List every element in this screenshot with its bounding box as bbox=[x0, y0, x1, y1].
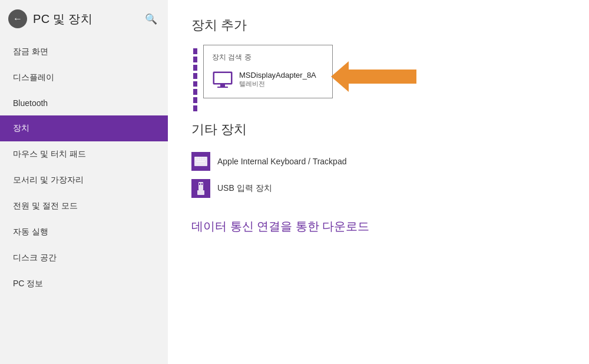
back-button[interactable]: ← bbox=[8, 9, 27, 28]
download-title: 데이터 통신 연결을 통한 다운로드 bbox=[191, 220, 369, 233]
scroll-segment bbox=[193, 105, 197, 111]
sidebar-item-power-sleep[interactable]: 전원 및 절전 모드 bbox=[0, 193, 168, 219]
scroll-segment bbox=[193, 89, 197, 95]
svg-rect-12 bbox=[197, 159, 199, 160]
usb-device-label: USB 입력 장치 bbox=[217, 183, 272, 194]
other-devices-title: 기타 장치 bbox=[191, 121, 565, 138]
svg-rect-10 bbox=[204, 157, 206, 158]
add-device-title: 장치 추가 bbox=[191, 16, 565, 34]
scroll-bar bbox=[193, 45, 197, 115]
svg-rect-9 bbox=[202, 157, 204, 158]
monitor-svg bbox=[212, 71, 233, 88]
svg-rect-19 bbox=[197, 190, 204, 195]
sidebar-item-devices[interactable]: 장치 bbox=[0, 115, 168, 141]
usb-icon bbox=[191, 179, 210, 198]
search-icon[interactable]: 🔍 bbox=[145, 13, 157, 25]
scroll-segment bbox=[193, 57, 197, 62]
keyboard-device-label: Apple Internal Keyboard / Trackpad bbox=[217, 157, 346, 166]
sidebar-item-corners-edges[interactable]: 모서리 및 가장자리 bbox=[0, 167, 168, 193]
other-devices-section: 기타 장치 Apple I bbox=[191, 121, 565, 202]
device-name: MSDisplayAdapter_8A bbox=[239, 71, 316, 80]
sidebar: ← PC 및 장치 🔍 잠금 화면 디스플레이 Bluetooth 장치 마우스… bbox=[0, 0, 168, 364]
svg-rect-14 bbox=[202, 159, 204, 160]
device-search-popup: 장치 검색 중 MSDisplayAdapter_8A 텔레비전 bbox=[203, 45, 333, 98]
scroll-segment bbox=[193, 65, 197, 71]
arrow-annotation bbox=[331, 61, 416, 92]
sidebar-title: PC 및 장치 bbox=[33, 11, 92, 27]
svg-rect-8 bbox=[200, 157, 201, 158]
sidebar-header: ← PC 및 장치 🔍 bbox=[0, 0, 168, 39]
other-device-usb[interactable]: USB 입력 장치 bbox=[191, 175, 565, 202]
sidebar-item-bluetooth[interactable]: Bluetooth bbox=[0, 91, 168, 115]
svg-marker-4 bbox=[331, 61, 416, 92]
sidebar-item-autorun[interactable]: 자동 실행 bbox=[0, 219, 168, 245]
svg-rect-17 bbox=[195, 163, 207, 165]
svg-rect-7 bbox=[197, 157, 199, 158]
sidebar-item-mouse-touchpad[interactable]: 마우스 및 터치 패드 bbox=[0, 141, 168, 167]
scroll-segment bbox=[193, 97, 197, 103]
scroll-segment bbox=[193, 81, 197, 87]
svg-rect-2 bbox=[220, 84, 225, 87]
main-content: 장치 추가 장치 검색 중 bbox=[168, 0, 589, 364]
svg-rect-13 bbox=[200, 159, 201, 160]
device-info: MSDisplayAdapter_8A 텔레비전 bbox=[239, 71, 316, 88]
download-section: 데이터 통신 연결을 통한 다운로드 bbox=[191, 219, 565, 234]
scroll-segment bbox=[193, 73, 197, 79]
sidebar-item-lock-screen[interactable]: 잠금 화면 bbox=[0, 39, 168, 65]
usb-svg bbox=[196, 182, 206, 195]
sidebar-item-pc-info[interactable]: PC 정보 bbox=[0, 271, 168, 297]
keyboard-icon bbox=[191, 152, 210, 171]
sidebar-item-disk-space[interactable]: 디스크 공간 bbox=[0, 245, 168, 271]
svg-rect-20 bbox=[199, 183, 200, 185]
monitor-icon bbox=[212, 71, 233, 88]
device-type: 텔레비전 bbox=[239, 80, 316, 88]
sidebar-item-display[interactable]: 디스플레이 bbox=[0, 65, 168, 91]
svg-rect-16 bbox=[196, 161, 205, 162]
svg-rect-3 bbox=[217, 87, 228, 88]
arrow-svg bbox=[331, 61, 416, 92]
other-device-keyboard[interactable]: Apple Internal Keyboard / Trackpad bbox=[191, 148, 565, 175]
back-arrow-icon: ← bbox=[13, 14, 22, 24]
svg-rect-1 bbox=[214, 73, 231, 83]
sidebar-nav: 잠금 화면 디스플레이 Bluetooth 장치 마우스 및 터치 패드 모서리… bbox=[0, 39, 168, 364]
keyboard-svg bbox=[194, 157, 207, 166]
device-item-display-adapter[interactable]: MSDisplayAdapter_8A 텔레비전 bbox=[204, 67, 332, 92]
svg-rect-11 bbox=[195, 159, 197, 160]
svg-rect-15 bbox=[204, 159, 206, 160]
searching-label: 장치 검색 중 bbox=[204, 51, 332, 67]
scroll-segment bbox=[193, 48, 197, 54]
svg-rect-6 bbox=[195, 157, 197, 158]
svg-rect-21 bbox=[201, 183, 203, 185]
